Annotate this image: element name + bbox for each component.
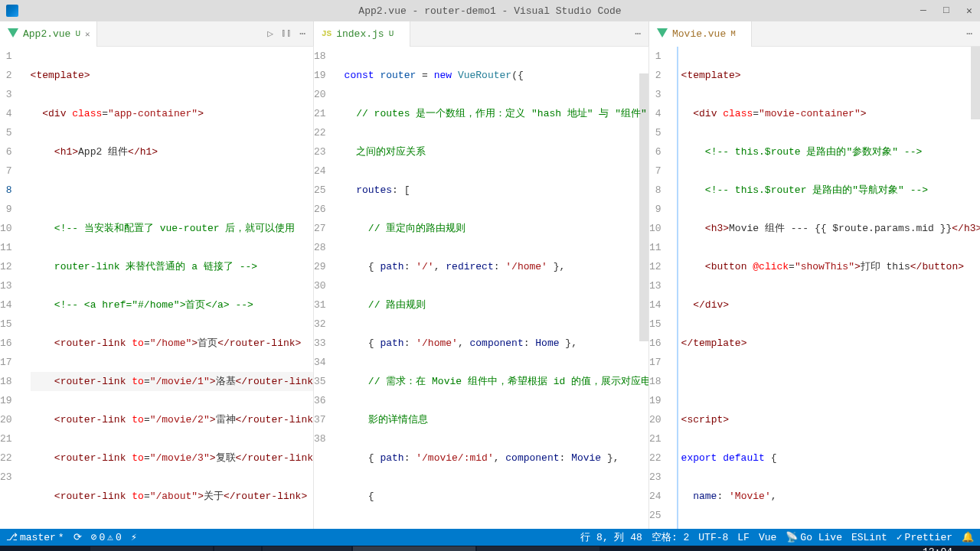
tab-index-js[interactable]: JS index.js U ✕ — [314, 21, 410, 47]
editor-area: 1234567891011121314151617181920212223 <t… — [0, 47, 980, 529]
editor-pane-1[interactable]: 1234567891011121314151617181920212223 <t… — [0, 47, 314, 529]
scrollbar-thumb[interactable] — [971, 47, 980, 119]
tab-label: App2.vue — [23, 28, 70, 40]
git-status-u: U — [389, 29, 394, 38]
split-editor-icon[interactable]: ⫿⫿ — [281, 28, 292, 40]
vue-file-icon — [657, 28, 668, 39]
sync-icon[interactable]: ⟳ — [74, 531, 82, 543]
editor-tabs-row: App2.vue U ✕ ▷ ⫿⫿ ⋯ JS index.js U ✕ ⋯ Mo… — [0, 21, 980, 47]
taskbar-explorer[interactable]: 🗀视频 — [214, 546, 261, 551]
eol-status[interactable]: LF — [737, 532, 750, 543]
line-gutter: 1234567891011121314151617181920212223242… — [649, 47, 678, 529]
taskbar-chrome[interactable]: ◉router-demo1 - Go... — [90, 546, 213, 551]
git-status-u: U — [75, 29, 80, 38]
errors-status[interactable]: ⊘ 0 ⚠ 0 — [91, 531, 122, 543]
window-maximize-button[interactable]: □ — [942, 5, 951, 17]
code-content[interactable]: <template> <div class="app-container"> <… — [28, 47, 314, 529]
taskbar-image[interactable]: 🖼vue-cms效果 — [263, 546, 351, 551]
tab-app2-vue[interactable]: App2.vue U ✕ — [0, 21, 97, 47]
vue-file-icon — [8, 28, 18, 39]
tab-movie-vue[interactable]: Movie.vue M ✕ — [649, 21, 752, 47]
clock[interactable]: 12:042021/7/22 — [899, 547, 952, 551]
vscode-icon — [6, 5, 18, 17]
start-menu-button[interactable]: ⊞ — [3, 546, 31, 551]
taskbar-powerpoint[interactable]: PPowerPoint 幻灯片... — [477, 546, 599, 551]
run-icon[interactable]: ▷ — [267, 28, 273, 40]
more-actions-icon[interactable]: ⋯ — [635, 28, 641, 40]
eslint-status[interactable]: ESLint — [851, 532, 887, 543]
port-icon[interactable]: ⚡ — [131, 531, 137, 543]
task-view-icon[interactable]: ◧ — [32, 546, 60, 551]
notifications-icon[interactable]: 🔔 — [962, 531, 974, 543]
code-content[interactable]: <template> <div class="movie-container">… — [678, 47, 980, 529]
edge-icon[interactable]: ⓔ — [61, 546, 89, 551]
more-actions-icon[interactable]: ⋯ — [966, 28, 972, 40]
scrollbar-thumb[interactable] — [639, 73, 648, 341]
editor-pane-3[interactable]: 1234567891011121314151617181920212223242… — [649, 47, 980, 529]
more-actions-icon[interactable]: ⋯ — [299, 28, 305, 40]
cursor-position[interactable]: 行 8, 列 48 — [580, 530, 642, 544]
line-gutter: 1234567891011121314151617181920212223 — [0, 47, 28, 529]
editor-pane-2[interactable]: 1819202122232425262728293031323334353637… — [314, 47, 649, 529]
prettier-status[interactable]: ✓ Prettier — [897, 531, 952, 543]
js-file-icon: JS — [322, 29, 332, 38]
tab-close-icon[interactable]: ✕ — [398, 29, 403, 39]
window-titlebar: App2.vue - router-demo1 - Visual Studio … — [0, 0, 980, 21]
windows-taskbar: ⊞ ◧ ⓔ ◉router-demo1 - Go... 🗀视频 🖼vue-cms… — [0, 546, 980, 551]
language-mode[interactable]: Vue — [759, 532, 776, 543]
tab-close-icon[interactable]: ✕ — [740, 29, 746, 39]
line-gutter: 1819202122232425262728293031323334353637… — [314, 47, 341, 529]
window-minimize-button[interactable]: — — [919, 5, 928, 17]
taskbar-vscode[interactable]: ◆App2.vue - router-... — [353, 546, 475, 551]
go-live-button[interactable]: 📡 Go Live — [786, 531, 842, 543]
git-branch-status[interactable]: ⎇ master* — [6, 531, 64, 543]
window-close-button[interactable]: ✕ — [965, 5, 974, 17]
git-status-m: M — [730, 29, 736, 38]
code-content[interactable]: const router = new VueRouter({ // routes… — [341, 47, 649, 529]
encoding-status[interactable]: UTF-8 — [698, 532, 728, 543]
tab-label: index.js — [336, 28, 384, 40]
window-title: App2.vue - router-demo1 - Visual Studio … — [159, 5, 821, 17]
tab-close-icon[interactable]: ✕ — [85, 29, 90, 39]
status-bar: ⎇ master* ⟳ ⊘ 0 ⚠ 0 ⚡ 行 8, 列 48 空格: 2 UT… — [0, 529, 980, 546]
indentation-status[interactable]: 空格: 2 — [652, 530, 689, 544]
tab-label: Movie.vue — [672, 28, 726, 40]
